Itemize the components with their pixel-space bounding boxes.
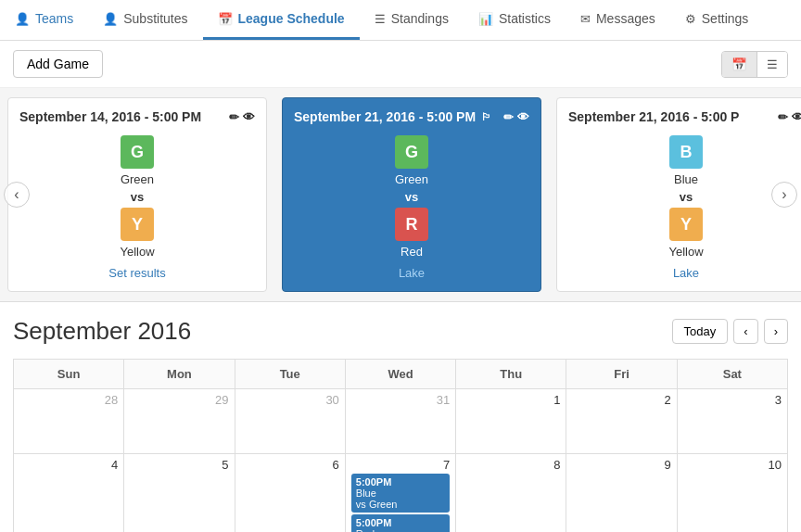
card-header: September 14, 2016 - 5:00 PM ✏👁 (19, 109, 255, 124)
nav-item-settings[interactable]: ⚙Settings (670, 0, 764, 40)
cal-header-wed: Wed (345, 360, 455, 389)
calendar-cell: 2 (566, 389, 677, 454)
day-number: 7 (351, 458, 450, 472)
team1-name: Blue (674, 172, 698, 186)
view-toggle: 📅 ☰ (721, 51, 788, 78)
card-link[interactable]: Set results (108, 266, 165, 280)
carousel-inner: September 14, 2016 - 5:00 PM ✏👁 G Green … (0, 88, 801, 301)
game-matchup: G Green vs Y Yellow Set results (19, 135, 255, 280)
team2-badge: R (395, 208, 428, 241)
event-team2: vs Green (356, 499, 445, 510)
vs-text: vs (405, 190, 418, 204)
calendar-cell: 1 (456, 389, 566, 454)
carousel-left-arrow[interactable]: ‹ (4, 182, 30, 208)
cal-header-fri: Fri (566, 360, 677, 389)
nav-label-messages: Messages (596, 11, 655, 26)
card-header: September 21, 2016 - 5:00 PM 🏳 ✏👁 (294, 109, 529, 124)
day-number: 4 (19, 458, 118, 472)
cal-week-1: 4567 5:00PM Blue vs Green 5:00PM Red vs … (14, 454, 788, 533)
event-block[interactable]: 5:00PM Red vs Yellow (351, 514, 450, 532)
team1-badge: G (121, 135, 154, 169)
nav-label-standings: Standings (391, 11, 449, 26)
game-matchup: B Blue vs Y Yellow Lake (568, 135, 801, 280)
day-number: 31 (351, 393, 450, 407)
cal-header-sun: Sun (14, 360, 124, 389)
eye-icon[interactable]: 👁 (243, 110, 255, 124)
calendar-prev-button[interactable]: ‹ (733, 319, 757, 344)
nav-label-statistics: Statistics (499, 11, 551, 26)
nav-item-standings[interactable]: ☰Standings (360, 0, 464, 40)
nav-item-league-schedule[interactable]: 📅League Schedule (203, 0, 360, 40)
flag-icon: 🏳 (481, 111, 491, 122)
day-number: 2 (572, 393, 670, 407)
game-card-1: September 21, 2016 - 5:00 PM 🏳 ✏👁 G Gree… (282, 97, 541, 292)
nav-icon-league-schedule: 📅 (218, 12, 233, 26)
calendar-cell: 31 (345, 389, 455, 454)
nav-item-substitutes[interactable]: 👤Substitutes (88, 0, 202, 40)
team2-badge: Y (669, 208, 703, 241)
calendar-cell: 5 (124, 454, 235, 533)
carousel-right-arrow[interactable]: › (771, 182, 797, 208)
vs-text: vs (131, 190, 144, 204)
day-number: 28 (19, 393, 118, 407)
eye-icon[interactable]: 👁 (792, 110, 801, 124)
calendar-cell: 4 (14, 454, 124, 533)
day-number: 1 (462, 393, 560, 407)
day-number: 6 (241, 458, 339, 472)
calendar-cell[interactable]: 7 5:00PM Blue vs Green 5:00PM Red vs Yel… (345, 454, 455, 533)
calendar-cell: 6 (235, 454, 345, 533)
day-number: 29 (130, 393, 228, 407)
team1-badge: B (669, 135, 703, 169)
card-link[interactable]: Lake (673, 266, 699, 280)
card-date: September 21, 2016 - 5:00 P (568, 109, 739, 124)
nav-icon-teams: 👤 (15, 12, 30, 26)
card-date: September 21, 2016 - 5:00 PM (294, 109, 476, 124)
team2-name: Yellow (668, 245, 703, 259)
event-block[interactable]: 5:00PM Blue vs Green (351, 474, 450, 513)
calendar-next-button[interactable]: › (764, 319, 788, 344)
nav-label-settings: Settings (702, 11, 749, 26)
team2-name: Yellow (120, 245, 154, 259)
card-header: September 21, 2016 - 5:00 P ✏👁 (568, 109, 801, 124)
card-icons: ✏👁 (503, 110, 529, 124)
nav-icon-messages: ✉ (580, 12, 591, 26)
add-game-button[interactable]: Add Game (13, 50, 103, 78)
calendar-title: September 2016 (13, 317, 191, 346)
cal-week-0: 28293031123 (14, 389, 788, 454)
event-team1: Red (356, 528, 445, 532)
edit-icon[interactable]: ✏ (229, 110, 239, 124)
edit-icon[interactable]: ✏ (778, 110, 788, 124)
navigation: 👤Teams👤Substitutes📅League Schedule☰Stand… (0, 0, 801, 41)
cal-header-tue: Tue (235, 360, 345, 389)
calendar-header: September 2016 Today ‹ › (13, 317, 788, 346)
day-number: 3 (683, 393, 782, 407)
calendar-cell: 10 (677, 454, 787, 533)
card-icons: ✏👁 (229, 110, 255, 124)
list-view-button[interactable]: ☰ (757, 52, 787, 77)
team1-name: Green (121, 172, 154, 186)
edit-icon[interactable]: ✏ (503, 110, 514, 124)
calendar-cell: 3 (677, 389, 787, 454)
team1-name: Green (395, 172, 428, 186)
calendar-view-button[interactable]: 📅 (722, 52, 757, 77)
toolbar: Add Game 📅 ☰ (0, 41, 801, 88)
vs-text: vs (680, 190, 693, 204)
calendar-cell: 29 (124, 389, 235, 454)
cal-header-thu: Thu (456, 360, 566, 389)
nav-item-messages[interactable]: ✉Messages (566, 0, 670, 40)
eye-icon[interactable]: 👁 (517, 110, 529, 124)
team2-name: Red (400, 245, 423, 259)
nav-item-statistics[interactable]: 📊Statistics (464, 0, 566, 40)
calendar-navigation: Today ‹ › (672, 319, 788, 344)
nav-item-teams[interactable]: 👤Teams (0, 0, 88, 40)
nav-icon-settings: ⚙ (685, 12, 696, 26)
day-number: 30 (241, 393, 339, 407)
calendar-cell: 28 (14, 389, 124, 454)
event-time: 5:00PM (356, 517, 445, 528)
calendar-table: SunMonTueWedThuFriSat 282930311234567 5:… (13, 359, 788, 532)
calendar-cell: 8 (456, 454, 566, 533)
card-link[interactable]: Lake (399, 266, 425, 280)
team2-badge: Y (121, 208, 154, 241)
today-button[interactable]: Today (672, 319, 729, 344)
game-matchup: G Green vs R Red Lake (294, 135, 529, 280)
